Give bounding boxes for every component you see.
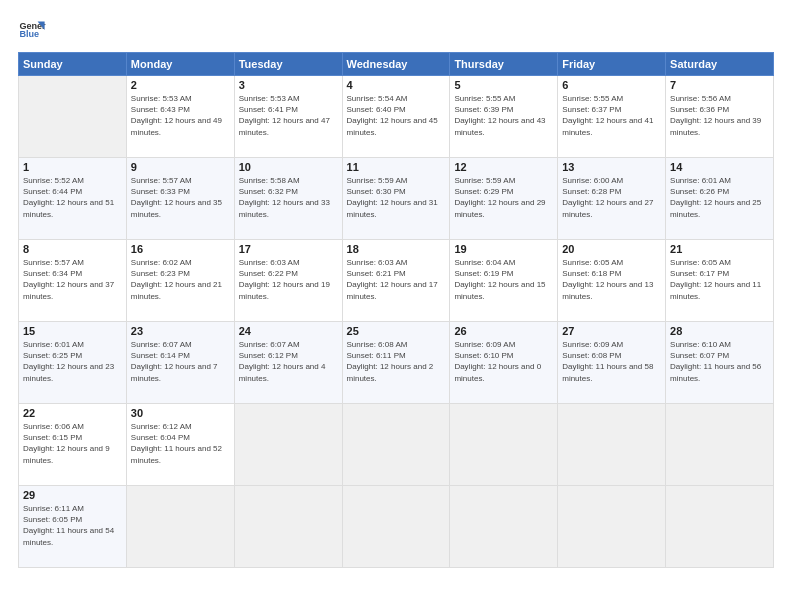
calendar-cell [234,486,342,568]
calendar-cell: 29Sunrise: 6:11 AMSunset: 6:05 PMDayligh… [19,486,127,568]
calendar-cell [558,404,666,486]
calendar-cell: 1Sunrise: 5:52 AMSunset: 6:44 PMDaylight… [19,158,127,240]
day-detail: Sunrise: 5:59 AMSunset: 6:29 PMDaylight:… [454,176,545,219]
calendar-cell: 19Sunrise: 6:04 AMSunset: 6:19 PMDayligh… [450,240,558,322]
header-friday: Friday [558,53,666,76]
day-number: 11 [347,161,446,173]
day-detail: Sunrise: 6:07 AMSunset: 6:12 PMDaylight:… [239,340,326,383]
header-sunday: Sunday [19,53,127,76]
calendar-cell: 16Sunrise: 6:02 AMSunset: 6:23 PMDayligh… [126,240,234,322]
day-number: 22 [23,407,122,419]
calendar-cell: 3Sunrise: 5:53 AMSunset: 6:41 PMDaylight… [234,76,342,158]
day-number: 1 [23,161,122,173]
day-number: 2 [131,79,230,91]
day-detail: Sunrise: 6:06 AMSunset: 6:15 PMDaylight:… [23,422,110,465]
day-number: 18 [347,243,446,255]
day-number: 21 [670,243,769,255]
day-detail: Sunrise: 5:57 AMSunset: 6:34 PMDaylight:… [23,258,114,301]
calendar-cell: 11Sunrise: 5:59 AMSunset: 6:30 PMDayligh… [342,158,450,240]
calendar-page: General Blue SundayMondayTuesdayWednesda… [0,0,792,612]
calendar-cell: 22Sunrise: 6:06 AMSunset: 6:15 PMDayligh… [19,404,127,486]
calendar-header-row: SundayMondayTuesdayWednesdayThursdayFrid… [19,53,774,76]
day-number: 4 [347,79,446,91]
day-detail: Sunrise: 6:07 AMSunset: 6:14 PMDaylight:… [131,340,218,383]
header-monday: Monday [126,53,234,76]
calendar-week-5: 22Sunrise: 6:06 AMSunset: 6:15 PMDayligh… [19,404,774,486]
day-detail: Sunrise: 6:00 AMSunset: 6:28 PMDaylight:… [562,176,653,219]
day-detail: Sunrise: 6:12 AMSunset: 6:04 PMDaylight:… [131,422,222,465]
day-number: 7 [670,79,769,91]
day-number: 20 [562,243,661,255]
calendar-cell [234,404,342,486]
day-number: 30 [131,407,230,419]
day-number: 29 [23,489,122,501]
day-number: 6 [562,79,661,91]
header-tuesday: Tuesday [234,53,342,76]
calendar-cell: 15Sunrise: 6:01 AMSunset: 6:25 PMDayligh… [19,322,127,404]
day-detail: Sunrise: 5:53 AMSunset: 6:41 PMDaylight:… [239,94,330,137]
day-detail: Sunrise: 5:56 AMSunset: 6:36 PMDaylight:… [670,94,761,137]
calendar-cell [342,486,450,568]
day-number: 8 [23,243,122,255]
day-detail: Sunrise: 5:54 AMSunset: 6:40 PMDaylight:… [347,94,438,137]
calendar-cell: 25Sunrise: 6:08 AMSunset: 6:11 PMDayligh… [342,322,450,404]
day-detail: Sunrise: 5:55 AMSunset: 6:39 PMDaylight:… [454,94,545,137]
day-number: 27 [562,325,661,337]
day-detail: Sunrise: 6:11 AMSunset: 6:05 PMDaylight:… [23,504,114,547]
calendar-cell: 21Sunrise: 6:05 AMSunset: 6:17 PMDayligh… [666,240,774,322]
day-number: 16 [131,243,230,255]
calendar-cell [558,486,666,568]
day-detail: Sunrise: 6:05 AMSunset: 6:17 PMDaylight:… [670,258,761,301]
day-detail: Sunrise: 6:09 AMSunset: 6:10 PMDaylight:… [454,340,541,383]
header-wednesday: Wednesday [342,53,450,76]
day-detail: Sunrise: 6:02 AMSunset: 6:23 PMDaylight:… [131,258,222,301]
day-number: 9 [131,161,230,173]
calendar-cell: 17Sunrise: 6:03 AMSunset: 6:22 PMDayligh… [234,240,342,322]
day-detail: Sunrise: 5:59 AMSunset: 6:30 PMDaylight:… [347,176,438,219]
calendar-cell: 2Sunrise: 5:53 AMSunset: 6:43 PMDaylight… [126,76,234,158]
day-detail: Sunrise: 6:08 AMSunset: 6:11 PMDaylight:… [347,340,434,383]
day-number: 25 [347,325,446,337]
header-thursday: Thursday [450,53,558,76]
calendar-cell: 9Sunrise: 5:57 AMSunset: 6:33 PMDaylight… [126,158,234,240]
calendar-week-6: 29Sunrise: 6:11 AMSunset: 6:05 PMDayligh… [19,486,774,568]
day-detail: Sunrise: 5:57 AMSunset: 6:33 PMDaylight:… [131,176,222,219]
day-detail: Sunrise: 5:52 AMSunset: 6:44 PMDaylight:… [23,176,114,219]
day-detail: Sunrise: 6:04 AMSunset: 6:19 PMDaylight:… [454,258,545,301]
calendar-cell [450,486,558,568]
day-detail: Sunrise: 6:03 AMSunset: 6:22 PMDaylight:… [239,258,330,301]
calendar-cell: 26Sunrise: 6:09 AMSunset: 6:10 PMDayligh… [450,322,558,404]
calendar-cell [342,404,450,486]
day-number: 26 [454,325,553,337]
calendar-cell: 23Sunrise: 6:07 AMSunset: 6:14 PMDayligh… [126,322,234,404]
day-number: 10 [239,161,338,173]
calendar-cell: 12Sunrise: 5:59 AMSunset: 6:29 PMDayligh… [450,158,558,240]
calendar-cell: 8Sunrise: 5:57 AMSunset: 6:34 PMDaylight… [19,240,127,322]
day-detail: Sunrise: 6:09 AMSunset: 6:08 PMDaylight:… [562,340,653,383]
day-number: 23 [131,325,230,337]
calendar-cell: 5Sunrise: 5:55 AMSunset: 6:39 PMDaylight… [450,76,558,158]
calendar-table: SundayMondayTuesdayWednesdayThursdayFrid… [18,52,774,568]
logo: General Blue [18,16,46,44]
calendar-cell: 18Sunrise: 6:03 AMSunset: 6:21 PMDayligh… [342,240,450,322]
header: General Blue [18,16,774,44]
day-detail: Sunrise: 6:05 AMSunset: 6:18 PMDaylight:… [562,258,653,301]
calendar-cell [19,76,127,158]
calendar-cell [666,404,774,486]
calendar-cell: 13Sunrise: 6:00 AMSunset: 6:28 PMDayligh… [558,158,666,240]
day-detail: Sunrise: 5:55 AMSunset: 6:37 PMDaylight:… [562,94,653,137]
day-number: 5 [454,79,553,91]
calendar-cell [126,486,234,568]
calendar-cell: 30Sunrise: 6:12 AMSunset: 6:04 PMDayligh… [126,404,234,486]
day-number: 14 [670,161,769,173]
calendar-week-2: 1Sunrise: 5:52 AMSunset: 6:44 PMDaylight… [19,158,774,240]
calendar-cell: 6Sunrise: 5:55 AMSunset: 6:37 PMDaylight… [558,76,666,158]
calendar-cell: 24Sunrise: 6:07 AMSunset: 6:12 PMDayligh… [234,322,342,404]
day-detail: Sunrise: 5:58 AMSunset: 6:32 PMDaylight:… [239,176,330,219]
day-detail: Sunrise: 6:10 AMSunset: 6:07 PMDaylight:… [670,340,761,383]
day-number: 28 [670,325,769,337]
calendar-cell: 10Sunrise: 5:58 AMSunset: 6:32 PMDayligh… [234,158,342,240]
svg-text:Blue: Blue [19,29,39,39]
calendar-cell: 4Sunrise: 5:54 AMSunset: 6:40 PMDaylight… [342,76,450,158]
day-detail: Sunrise: 6:01 AMSunset: 6:25 PMDaylight:… [23,340,114,383]
